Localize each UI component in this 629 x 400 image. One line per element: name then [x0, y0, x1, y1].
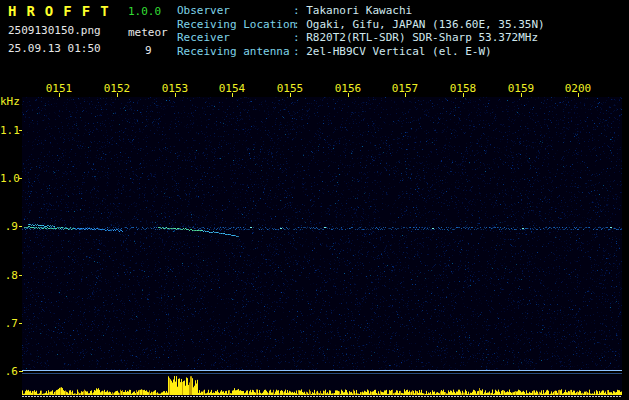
info-row-observer: Observer: Takanori Kawachi — [177, 4, 545, 18]
info-row-antenna: Receiving antenna: 2el-HB9CV Vertical (e… — [177, 45, 545, 59]
observation-timestamp: 25.09.13 01:50 — [8, 42, 101, 55]
info-row-receiver: Receiver: R820T2(RTL-SDR) SDR-Sharp 53.3… — [177, 31, 545, 45]
hrofft-output-screen: HROFFT 1.0.0 2509130150.png meteor 25.09… — [0, 0, 629, 400]
info-value: Takanori Kawachi — [306, 4, 412, 17]
y-axis-unit: kHz — [0, 95, 18, 108]
meteor-count: 9 — [145, 44, 152, 57]
info-label: Receiver — [177, 31, 293, 45]
info-value: 2el-HB9CV Vertical (el. E-W) — [306, 45, 491, 58]
y-tick-label: 1.0 — [0, 172, 18, 185]
info-separator: : — [293, 18, 300, 31]
y-tick-label: .6 — [0, 365, 18, 378]
info-separator: : — [293, 45, 300, 58]
output-filename: 2509130150.png — [8, 24, 101, 37]
info-label: Receiving antenna — [177, 45, 293, 59]
mode-label: meteor — [128, 26, 168, 39]
spectrogram-bottom-line-dim — [22, 373, 622, 374]
signal-level-canvas — [22, 375, 622, 397]
y-tick-label: .7 — [0, 317, 18, 330]
info-label: Observer — [177, 4, 293, 18]
info-label: Receiving Location — [177, 18, 293, 32]
y-tick-mark — [19, 371, 23, 372]
app-title: HROFFT — [8, 3, 119, 19]
info-row-location: Receiving Location: Ogaki, Gifu, JAPAN (… — [177, 18, 545, 32]
info-separator: : — [293, 31, 300, 44]
info-separator: : — [293, 4, 300, 17]
y-tick-label: .8 — [0, 269, 18, 282]
info-value: R820T2(RTL-SDR) SDR-Sharp 53.372MHz — [306, 31, 538, 44]
y-tick-label: 1.1 — [0, 124, 18, 137]
spectrogram-bottom-line — [22, 370, 622, 371]
info-value: Ogaki, Gifu, JAPAN (136.60E, 35.35N) — [306, 18, 544, 31]
spectrogram-canvas — [22, 97, 622, 370]
y-tick-label: .9 — [0, 220, 18, 233]
station-info-panel: Observer: Takanori Kawachi Receiving Loc… — [177, 4, 545, 58]
app-version: 1.0.0 — [128, 5, 161, 18]
